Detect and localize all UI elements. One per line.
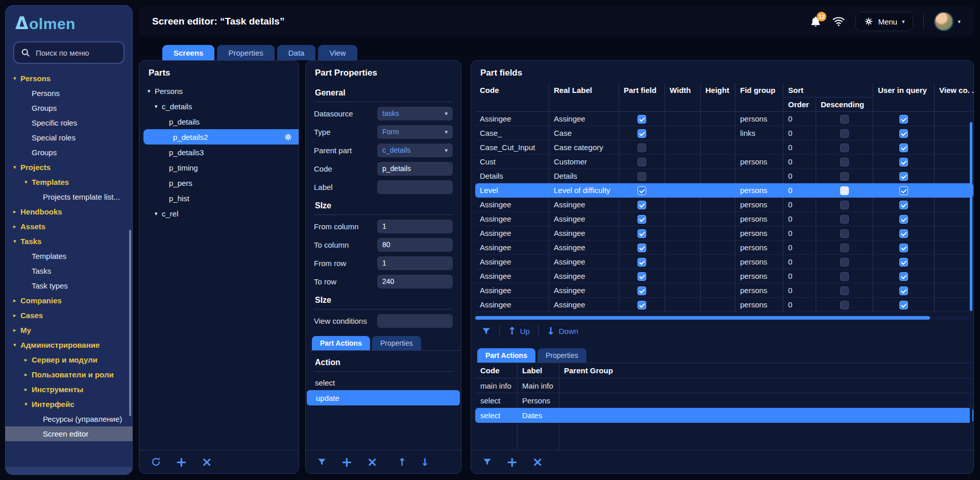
field-row[interactable]: Case_ Case links 0 xyxy=(475,126,973,140)
sidebar-item[interactable]: ▾ Projects xyxy=(5,160,133,175)
parts-tree-item[interactable]: ▾ Persons xyxy=(139,83,299,99)
parts-tree-item[interactable]: p_hist xyxy=(139,190,299,206)
parts-tree-item[interactable]: p_details xyxy=(139,114,299,129)
descending-checkbox[interactable] xyxy=(840,115,849,124)
datasource-select[interactable]: tasks ▾ xyxy=(377,107,453,121)
sidebar-item[interactable]: Groups xyxy=(5,145,133,160)
main-tab[interactable]: Properties xyxy=(217,45,274,60)
part-field-checkbox[interactable] xyxy=(638,143,646,152)
code-input[interactable] xyxy=(377,162,453,176)
notifications-button[interactable]: 12 xyxy=(810,15,822,28)
descending-checkbox[interactable] xyxy=(840,258,849,267)
part-action-row[interactable]: select Persons xyxy=(475,393,973,408)
action-item[interactable]: update xyxy=(307,390,460,405)
sidebar-item[interactable]: ▸ Companies xyxy=(5,293,133,308)
view-conditions-input[interactable] xyxy=(377,314,453,328)
field-row[interactable]: Assingee Assingee persons 0 xyxy=(475,255,973,269)
user-in-query-checkbox[interactable] xyxy=(899,158,908,166)
descending-checkbox[interactable] xyxy=(840,286,849,295)
user-in-query-checkbox[interactable] xyxy=(899,115,908,124)
col-part-field[interactable]: Part field xyxy=(619,83,665,112)
col-action-label[interactable]: Label xyxy=(517,363,559,378)
descending-checkbox[interactable] xyxy=(840,143,849,152)
label-input[interactable] xyxy=(377,180,453,194)
part-field-checkbox[interactable] xyxy=(638,172,646,181)
part-field-checkbox[interactable] xyxy=(638,258,646,267)
user-in-query-checkbox[interactable] xyxy=(899,201,908,209)
part-field-checkbox[interactable] xyxy=(638,229,646,238)
main-tab[interactable]: View xyxy=(318,45,357,60)
add-icon[interactable]: + xyxy=(341,455,353,469)
from-column-input[interactable] xyxy=(377,220,453,233)
user-in-query-checkbox[interactable] xyxy=(899,244,908,252)
descending-checkbox[interactable] xyxy=(840,158,849,166)
descending-checkbox[interactable] xyxy=(840,172,849,181)
filter-icon[interactable] xyxy=(317,457,327,467)
col-fid-group[interactable]: Fid group xyxy=(736,83,783,112)
move-down-icon[interactable]: ↓ xyxy=(421,457,429,467)
col-sort[interactable]: Sort xyxy=(783,83,873,98)
field-row[interactable]: Assingee Assingee persons 0 xyxy=(475,283,973,298)
user-in-query-checkbox[interactable] xyxy=(899,143,908,152)
main-tab[interactable]: Screens xyxy=(162,45,214,60)
user-in-query-checkbox[interactable] xyxy=(899,286,908,295)
menu-button[interactable]: Menu ▾ xyxy=(855,12,913,31)
part-action-row[interactable]: select Dates xyxy=(475,408,973,423)
descending-checkbox[interactable] xyxy=(840,201,849,209)
move-up-icon[interactable]: ↑ xyxy=(398,457,407,467)
field-row[interactable]: Assingee Assingee persons 0 xyxy=(475,241,973,255)
field-row[interactable]: Details Details 0 xyxy=(475,169,973,183)
move-up-button[interactable]: ↑ Up xyxy=(508,326,530,336)
sidebar-item[interactable]: ▾ Администрирование xyxy=(5,338,133,352)
sidebar-item[interactable]: ▾ Интерфейс xyxy=(5,397,133,412)
col-code[interactable]: Code xyxy=(475,83,549,112)
part-field-checkbox[interactable] xyxy=(638,244,646,252)
field-row[interactable]: Assingee Assingee persons 0 xyxy=(475,226,973,241)
sidebar-item[interactable]: Persons xyxy=(5,86,133,101)
sidebar-item[interactable]: ▾ Templates xyxy=(5,175,133,189)
sidebar-item[interactable]: Special roles xyxy=(5,130,133,145)
sidebar-item[interactable]: ▸ My xyxy=(5,323,133,338)
sidebar-item[interactable]: Screen editor xyxy=(5,426,133,441)
field-row[interactable]: Case_Cut_Input Case category 0 xyxy=(475,140,973,155)
sidebar-item[interactable]: ▸ Assets xyxy=(5,219,133,234)
sidebar-item[interactable]: ▸ Cases xyxy=(5,308,133,323)
part-field-checkbox[interactable] xyxy=(638,129,646,138)
field-row[interactable]: Level Level of difficulty persons 0 xyxy=(475,183,973,198)
user-menu[interactable]: ▾ xyxy=(934,12,961,31)
col-view-conditions[interactable]: View co... xyxy=(935,83,973,112)
action-item[interactable]: select xyxy=(306,375,461,390)
descending-checkbox[interactable] xyxy=(840,272,849,281)
parts-tree-item[interactable]: p_details3 xyxy=(139,145,299,160)
sidebar-item[interactable]: Tasks xyxy=(5,263,133,278)
refresh-icon[interactable] xyxy=(151,457,161,467)
sidebar-scrollbar[interactable] xyxy=(129,230,131,416)
part-field-checkbox[interactable] xyxy=(638,201,646,209)
move-down-button[interactable]: ↓ Down xyxy=(547,326,578,336)
user-in-query-checkbox[interactable] xyxy=(899,272,908,281)
to-column-input[interactable] xyxy=(377,238,453,252)
part-field-checkbox[interactable] xyxy=(638,286,646,295)
filter-icon[interactable] xyxy=(481,326,491,336)
field-row[interactable]: Assingee Assingee persons 0 xyxy=(475,112,973,126)
field-row[interactable]: Assingee Assingee persons 0 xyxy=(475,269,973,283)
parent-part-select[interactable]: c_details ▾ xyxy=(377,143,453,157)
part-field-checkbox[interactable] xyxy=(638,186,646,195)
subtab[interactable]: Properties xyxy=(372,336,421,350)
col-parent-group[interactable]: Parent Group xyxy=(559,363,973,378)
user-in-query-checkbox[interactable] xyxy=(899,229,908,238)
sidebar-item[interactable]: Ресурсы (управление) xyxy=(5,412,133,426)
gear-icon[interactable] xyxy=(284,133,292,141)
field-row[interactable]: Assingee Assingee persons 0 xyxy=(475,198,973,212)
sidebar-item[interactable]: ▸ Сервер и модули xyxy=(5,352,133,367)
col-action-code[interactable]: Code xyxy=(475,363,517,378)
descending-checkbox[interactable] xyxy=(840,244,849,252)
subtab[interactable]: Properties xyxy=(537,348,586,363)
user-in-query-checkbox[interactable] xyxy=(899,186,908,195)
user-in-query-checkbox[interactable] xyxy=(899,215,908,224)
delete-icon[interactable]: × xyxy=(202,455,212,468)
main-tab[interactable]: Data xyxy=(277,45,316,60)
user-in-query-checkbox[interactable] xyxy=(899,258,908,267)
filter-icon[interactable] xyxy=(482,457,492,467)
delete-icon[interactable]: × xyxy=(532,455,543,468)
